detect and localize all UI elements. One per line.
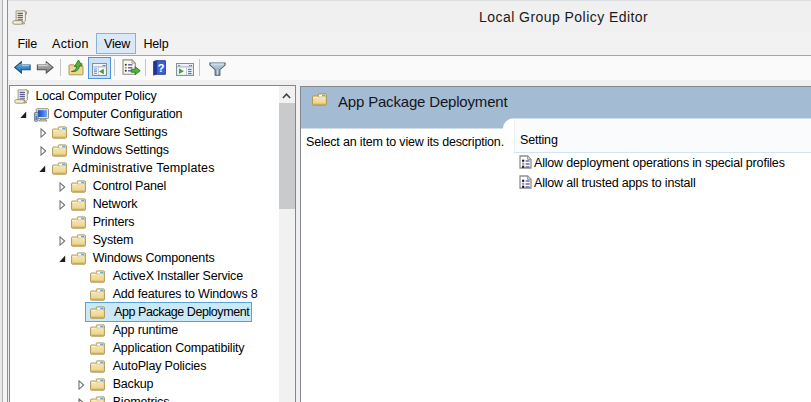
svg-text:?: ? xyxy=(157,62,164,74)
